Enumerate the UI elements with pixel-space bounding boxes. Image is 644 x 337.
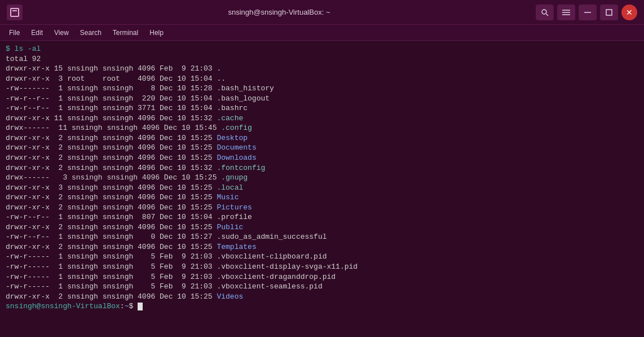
bottom-prompt: snsingh@snsingh-VirtualBox:~$	[6, 301, 638, 312]
output-line-profile: -rw-r--r-- 1 snsingh snsingh 807 Dec 10 …	[6, 212, 638, 222]
command-line: $ ls -al	[6, 44, 638, 54]
minimize-button[interactable]	[579, 5, 597, 20]
terminal-content[interactable]: $ ls -al total 92 drwxr-xr-x 15 snsingh …	[0, 41, 644, 337]
output-line-vbox2: -rw-r----- 1 snsingh snsingh 5 Feb 9 21:…	[6, 262, 638, 272]
menu-edit[interactable]: Edit	[27, 28, 47, 38]
titlebar-title: snsingh@snsingh-VirtualBox: ~	[23, 8, 536, 16]
output-line-music: drwxr-xr-x 2 snsingh snsingh 4096 Dec 10…	[6, 192, 638, 203]
output-line-fontconfig: drwxr-xr-x 2 snsingh snsingh 4096 Dec 10…	[6, 163, 638, 173]
output-line-public: drwxr-xr-x 2 snsingh snsingh 4096 Dec 10…	[6, 222, 638, 233]
terminal-icon	[10, 8, 19, 17]
output-line: drwxr-xr-x 3 root root 4096 Dec 10 15:04…	[6, 74, 638, 84]
titlebar: snsingh@snsingh-VirtualBox: ~ ✕	[0, 0, 644, 25]
output-line-vbox1: -rw-r----- 1 snsingh snsingh 5 Feb 9 21:…	[6, 252, 638, 262]
titlebar-controls: ✕	[536, 5, 637, 20]
menu-file[interactable]: File	[5, 28, 24, 38]
output-line-cache: drwxr-xr-x 11 snsingh snsingh 4096 Dec 1…	[6, 113, 638, 124]
output-line-pictures: drwxr-xr-x 2 snsingh snsingh 4096 Dec 10…	[6, 203, 638, 213]
output-line: -rw------- 1 snsingh snsingh 8 Dec 10 15…	[6, 84, 638, 94]
hamburger-button[interactable]	[557, 5, 575, 20]
output-line-config: drwx------ 11 snsingh snsingh 4096 Dec 1…	[6, 123, 638, 133]
output-line-vbox4: -rw-r----- 1 snsingh snsingh 5 Feb 9 21:…	[6, 282, 638, 292]
search-button[interactable]	[536, 5, 554, 20]
output-line: -rw-r--r-- 1 snsingh snsingh 220 Dec 10 …	[6, 94, 638, 104]
menubar: File Edit View Search Terminal Help	[0, 25, 644, 41]
output-line-downloads: drwxr-xr-x 2 snsingh snsingh 4096 Dec 10…	[6, 153, 638, 163]
output-line-gnupg: drwx------ 3 snsingh snsingh 4096 Dec 10…	[6, 173, 638, 183]
output-line-templates: drwxr-xr-x 2 snsingh snsingh 4096 Dec 10…	[6, 242, 638, 252]
output-line: drwxr-xr-x 15 snsingh snsingh 4096 Feb 9…	[6, 64, 638, 74]
output-line-desktop: drwxr-xr-x 2 snsingh snsingh 4096 Dec 10…	[6, 133, 638, 143]
output-line-vbox3: -rw-r----- 1 snsingh snsingh 5 Feb 9 21:…	[6, 272, 638, 282]
svg-point-0	[542, 10, 546, 14]
menu-view[interactable]: View	[50, 28, 73, 38]
menu-terminal[interactable]: Terminal	[108, 28, 143, 38]
output-line-local: drwxr-xr-x 3 snsingh snsingh 4096 Dec 10…	[6, 183, 638, 193]
titlebar-left	[7, 5, 23, 20]
output-line-documents: drwxr-xr-x 2 snsingh snsingh 4096 Dec 10…	[6, 143, 638, 153]
maximize-button[interactable]	[600, 5, 618, 20]
output-total: total 92	[6, 54, 638, 64]
output-line-videos: drwxr-xr-x 2 snsingh snsingh 4096 Dec 10…	[6, 292, 638, 302]
menu-search[interactable]: Search	[76, 28, 106, 38]
output-line-sudo: -rw-r--r-- 1 snsingh snsingh 0 Dec 10 15…	[6, 232, 638, 242]
svg-line-1	[546, 14, 549, 16]
menu-help[interactable]: Help	[145, 28, 168, 38]
cursor	[138, 303, 143, 310]
output-line: -rw-r--r-- 1 snsingh snsingh 3771 Dec 10…	[6, 103, 638, 113]
close-button[interactable]: ✕	[621, 5, 637, 20]
svg-rect-6	[606, 10, 612, 15]
app-icon	[7, 5, 23, 20]
